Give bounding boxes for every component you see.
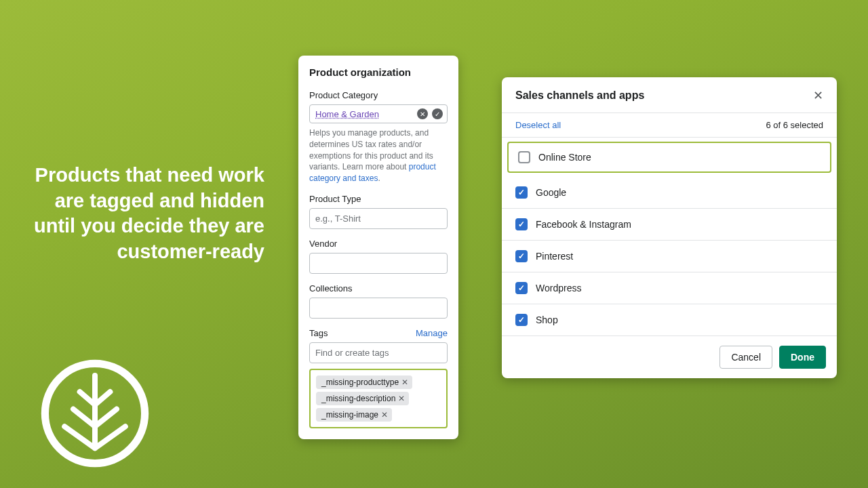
channel-checkbox[interactable] (515, 218, 528, 230)
tag-chip: _missing-image✕ (316, 408, 392, 422)
remove-tag-icon[interactable]: ✕ (398, 394, 405, 403)
tags-input[interactable] (309, 342, 448, 363)
category-input[interactable]: Home & Garden ✕ ✓ (309, 104, 448, 123)
product-organization-panel: Product organization Product Category Ho… (298, 56, 458, 439)
channel-name: Pinterest (536, 251, 573, 262)
tag-chip: _missing-description✕ (316, 392, 409, 405)
confirm-category-icon[interactable]: ✓ (432, 108, 443, 119)
category-help-text: Helps you manage products, and determine… (309, 127, 448, 184)
tag-chip: _missing-producttype✕ (316, 375, 412, 389)
channel-checkbox[interactable] (515, 314, 528, 326)
highlighted-channel: Online Store (507, 142, 831, 173)
product-type-input[interactable] (309, 208, 448, 229)
done-button[interactable]: Done (779, 346, 826, 369)
tag-label: _missing-image (321, 410, 378, 420)
category-value-link[interactable]: Home & Garden (315, 109, 413, 119)
channel-row[interactable]: Pinterest (502, 241, 837, 272)
vendor-input[interactable] (309, 253, 448, 274)
channel-name: Facebook & Instagram (536, 219, 631, 230)
channel-name: Wordpress (536, 283, 581, 293)
channel-row[interactable]: Wordpress (502, 272, 837, 304)
channel-name: Shop (536, 314, 558, 325)
collections-label: Collections (309, 283, 448, 293)
channel-checkbox[interactable] (515, 250, 528, 262)
channel-checkbox[interactable] (518, 151, 530, 163)
panel-title: Product organization (309, 66, 448, 78)
selection-count: 6 of 6 selected (766, 120, 823, 130)
category-label: Product Category (309, 90, 448, 100)
dialog-title: Sales channels and apps (515, 89, 644, 102)
tag-label: _missing-producttype (321, 378, 399, 387)
page-background: Products that need work are tagged and h… (0, 0, 868, 488)
channel-row[interactable]: Shop (502, 304, 837, 336)
vendor-label: Vendor (309, 239, 448, 249)
channel-name: Online Store (538, 152, 591, 163)
marketing-headline: Products that need work are tagged and h… (20, 163, 264, 265)
cancel-button[interactable]: Cancel (719, 346, 772, 369)
channel-checkbox[interactable] (515, 186, 528, 199)
remove-tag-icon[interactable]: ✕ (381, 410, 388, 420)
sales-channels-dialog: Sales channels and apps ✕ Deselect all 6… (502, 77, 837, 378)
brand-logo (41, 359, 149, 468)
remove-tag-icon[interactable]: ✕ (401, 378, 408, 387)
tag-label: _missing-description (321, 394, 395, 403)
deselect-all-link[interactable]: Deselect all (515, 120, 561, 130)
channel-row[interactable]: Online Store (509, 143, 830, 171)
channel-row[interactable]: Facebook & Instagram (502, 209, 837, 241)
clear-category-icon[interactable]: ✕ (417, 108, 428, 119)
channel-checkbox[interactable] (515, 282, 528, 294)
channel-name: Google (536, 187, 566, 198)
close-icon[interactable]: ✕ (813, 88, 823, 103)
collections-input[interactable] (309, 298, 448, 319)
product-type-label: Product Type (309, 194, 448, 204)
channel-row[interactable]: Google (502, 177, 837, 209)
channels-list: Online StoreGoogleFacebook & InstagramPi… (502, 142, 837, 336)
manage-tags-link[interactable]: Manage (416, 328, 448, 338)
applied-tags-box: _missing-producttype✕_missing-descriptio… (309, 369, 448, 428)
tags-label: Tags (309, 328, 328, 338)
